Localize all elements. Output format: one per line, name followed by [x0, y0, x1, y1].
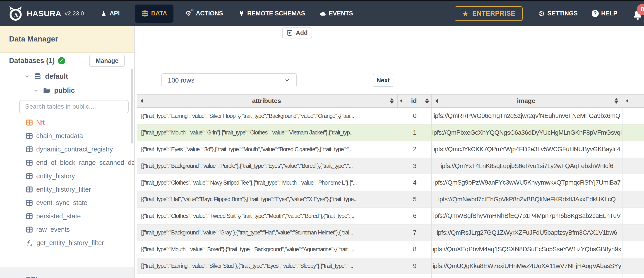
sidebar-table-item[interactable]: entity_history — [0, 169, 134, 183]
cell-attributes[interactable]: [{"trait_type":"Mouth","value":"Grin"},{… — [137, 124, 398, 141]
cell-image[interactable]: ipfs://QmUQgKka8EW7exiUHnMwZ4UoXA11wV7NF… — [432, 258, 622, 274]
star-icon: ★ — [462, 10, 469, 18]
cell-image[interactable]: ipfs://QmPbxeGcXhYQQNgsC6a36dDyYUcHgMLnG… — [432, 124, 622, 141]
cell-image[interactable]: ipfs://QmSg9bPzW9anFYc3wWU5KnvymwkxQTpmq… — [432, 174, 622, 191]
cell-extra — [622, 224, 644, 241]
sidebar-table-item[interactable]: chain_metadata — [0, 129, 134, 143]
next-page-button[interactable]: Next — [373, 74, 393, 87]
cell-attributes[interactable]: [{"trait_type":"Mouth","value":"Bored"},… — [137, 241, 398, 258]
nav-item-help[interactable]: ? HELP — [592, 10, 617, 17]
cell-id[interactable]: 5 — [398, 191, 432, 208]
sql-link[interactable]: SQL — [26, 275, 40, 278]
sidebar-table-item[interactable]: persisted_state — [0, 210, 134, 223]
collapse-column-icon[interactable] — [626, 99, 628, 103]
sidebar-table-name: entity_history_filter — [36, 186, 91, 193]
cell-attributes — [137, 274, 398, 278]
table-icon — [26, 119, 33, 126]
sort-icon[interactable] — [390, 98, 394, 104]
cell-id[interactable]: 4 — [398, 174, 432, 191]
cell-attributes[interactable]: [{"trait_type":"Earring","value":"Silver… — [137, 108, 398, 124]
sidebar-table-name: chain_metadata — [36, 132, 83, 140]
cell-image[interactable]: ipfs://QmNwbd7ctEhGpVkP8nZvBBQfiNeFKRdxf… — [432, 191, 622, 208]
plus-square-icon — [286, 30, 293, 36]
hasura-logo-icon[interactable] — [8, 5, 24, 22]
cell-attributes[interactable]: [{"trait_type":"Clothes","value":"Navy S… — [137, 174, 398, 191]
nav-item-label: API — [110, 10, 120, 17]
sidebar-table-name: raw_events — [36, 226, 70, 233]
nav-item-events[interactable]: EVENTS — [320, 10, 353, 17]
cell-attributes[interactable]: [{"trait_type":"Background","value":"Pur… — [137, 158, 398, 174]
table-row: [{"trait_type":"Clothes","value":"Navy S… — [137, 174, 644, 191]
cell-extra — [622, 174, 644, 191]
cell-extra — [622, 191, 644, 208]
version-label: v2.23.0 — [65, 10, 84, 17]
enterprise-button[interactable]: ★ ENTERPRISE — [455, 6, 523, 21]
sort-icon[interactable] — [614, 98, 618, 104]
sidebar: Data Manager Databases (1) ✓ Manage defa… — [0, 26, 135, 278]
tree-node-schema[interactable]: public — [33, 85, 134, 95]
chevron-down-icon[interactable] — [24, 73, 30, 80]
check-circle-icon: ✓ — [58, 57, 65, 64]
cell-id[interactable]: 1 — [398, 124, 432, 141]
cell-id[interactable]: 6 — [398, 208, 432, 224]
table-search-box — [19, 100, 128, 113]
cell-attributes[interactable]: [{"trait_type":"Background","value":"Gra… — [137, 224, 398, 241]
nav-item-actions[interactable]: ⚙⚙ ACTIONS — [185, 10, 223, 18]
column-header-attributes[interactable]: attributes — [137, 95, 398, 107]
cell-image[interactable]: ipfs://QmXEqPbvM4aq1SQSXN8DSuEcSo5SseYW1… — [432, 241, 622, 258]
cell-id[interactable]: 8 — [398, 241, 432, 258]
cell-attributes[interactable]: [{"trait_type":"Hat","value":"Bayc Flipp… — [137, 191, 398, 208]
notifications-button[interactable]: 8 — [630, 6, 644, 22]
sort-icon[interactable] — [425, 98, 429, 104]
nav-item-remote-schemas[interactable]: REMOTE SCHEMAS — [238, 10, 305, 17]
cell-extra — [622, 158, 644, 174]
nav-item-api[interactable]: API — [100, 10, 120, 17]
collapse-column-icon[interactable] — [400, 99, 402, 103]
cell-image[interactable]: ipfs://QmcJYkCKK7QPmYWjp4FD2e3Lv5WCGFuHN… — [432, 141, 622, 158]
cell-attributes[interactable]: [{"trait_type":"Earring","value":"Silver… — [137, 258, 398, 274]
table-row: [{"trait_type":"Earring","value":"Silver… — [137, 108, 644, 124]
table-row: [{"trait_type":"Mouth","value":"Bored"},… — [137, 241, 644, 258]
sidebar-table-item[interactable]: dynamic_contract_registry — [0, 143, 134, 156]
table-icon — [26, 132, 33, 140]
manage-button[interactable]: Manage — [89, 55, 125, 67]
sidebar-table-item[interactable]: end_of_block_range_scanned_data — [0, 156, 134, 169]
top-navigation-bar: HASURA v2.23.0 API DATA ⚙⚙ ACTIONS — [0, 0, 644, 26]
cell-image[interactable]: ipfs://QmYxT4LnK8sqLupjbS6eRvu1si7Ly2wFQ… — [432, 158, 622, 174]
cell-id[interactable]: 0 — [398, 108, 432, 124]
collapse-column-icon[interactable] — [140, 99, 143, 103]
table-search-input[interactable] — [25, 103, 120, 110]
table-icon — [26, 173, 33, 180]
cell-id[interactable]: 2 — [398, 141, 432, 158]
table-icon — [26, 213, 33, 220]
sidebar-table-item[interactable]: ƒx get_entity_history_filter — [0, 236, 134, 250]
nav-item-settings[interactable]: ⚙ SETTINGS — [538, 10, 578, 17]
next-button-label: Next — [376, 77, 390, 84]
cell-image[interactable]: ipfs://QmWBgfBhyVmHNhBfEQ7p1P4Mpn7pm5b8K… — [432, 208, 622, 224]
gear-icon: ⚙ — [538, 10, 545, 17]
add-row-button[interactable]: Add — [282, 28, 312, 38]
chevron-down-icon[interactable] — [33, 87, 39, 94]
sidebar-table-item[interactable]: raw_events — [0, 223, 134, 236]
nav-item-label: ACTIONS — [196, 10, 223, 17]
sidebar-table-item[interactable]: event_sync_state — [0, 196, 134, 210]
cell-id[interactable]: 9 — [398, 258, 432, 274]
sidebar-table-item[interactable]: entity_history_filter — [0, 183, 134, 196]
enterprise-label: ENTERPRISE — [472, 10, 516, 17]
cell-attributes[interactable]: [{"trait_type":"Eyes","value":"3d"},{"tr… — [137, 141, 398, 158]
rows-per-page-select[interactable]: 100 rows — [162, 73, 297, 87]
cell-image[interactable]: ipfs://QmRRPWG96cmgTn2qSzjwr2qvfNEuhunv6… — [432, 108, 622, 124]
cell-attributes[interactable]: [{"trait_type":"Clothes","value":"Tweed … — [137, 208, 398, 224]
question-icon: ? — [592, 10, 599, 17]
cell-id[interactable]: 3 — [398, 158, 432, 174]
sidebar-table-item[interactable]: Nft — [0, 116, 134, 129]
sidebar-scrollbar[interactable] — [131, 69, 133, 144]
table-row-partial — [137, 274, 644, 278]
collapse-column-icon[interactable] — [435, 99, 438, 103]
nav-item-data[interactable]: DATA — [135, 5, 173, 23]
cell-id[interactable]: 7 — [398, 224, 432, 241]
column-header-image[interactable]: image — [432, 95, 622, 107]
tree-node-database[interactable]: default — [24, 71, 134, 81]
cell-image[interactable]: ipfs://QmRsJLrg27GQ1ZWyrXZFuJFdU5bapfzsy… — [432, 224, 622, 241]
column-header-id[interactable]: id — [398, 95, 432, 107]
